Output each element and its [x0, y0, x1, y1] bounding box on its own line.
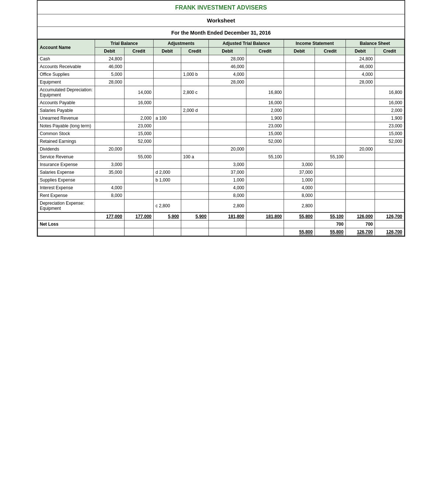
tb-credit-header: Credit: [124, 47, 154, 55]
adj-credit-header: Credit: [181, 47, 208, 55]
table-row: Insurance Expense3,0003,0003,000: [38, 161, 404, 169]
final-totals-row: 55,80055,800126,700126,700: [38, 228, 404, 236]
period-title: For the Month Ended December 31, 2016: [38, 27, 404, 39]
table-row: Rent Expense8,0008,0008,000: [38, 192, 404, 200]
tb-debit-header: Debit: [95, 47, 124, 55]
adj-debit-header: Debit: [154, 47, 181, 55]
table-row: Interest Expense4,0004,0004,000: [38, 184, 404, 192]
atb-credit-header: Credit: [246, 47, 284, 55]
worksheet-title: Worksheet: [38, 14, 404, 27]
table-row: Equipment28,00028,00028,000: [38, 78, 404, 86]
col-balance-sheet: Balance Sheet: [345, 40, 404, 47]
is-credit-header: Credit: [315, 47, 345, 55]
col-income-statement: Income Statement: [284, 40, 345, 47]
table-row: Notes Payable (long term)23,00023,00023,…: [38, 122, 404, 130]
net-loss-row: Net Loss700700: [38, 221, 404, 228]
is-debit-header: Debit: [284, 47, 315, 55]
table-row: Accounts Payable16,00016,00016,000: [38, 99, 404, 107]
table-row: Depreciation Expense: Equipmentc 2,8002,…: [38, 200, 404, 213]
table-row: Salaries Expense35,000d 2,00037,00037,00…: [38, 169, 404, 176]
totals-row: 177,000177,0005,9005,900181,800181,80055…: [38, 212, 404, 221]
table-row: Retained Earnings52,00052,00052,000: [38, 138, 404, 145]
col-adjusted-trial-balance: Adjusted Trial Balance: [208, 40, 284, 47]
table-row: Service Revenue55,000100 a55,10055,100: [38, 153, 404, 161]
table-row: Accumulated Depreciation: Equipment14,00…: [38, 86, 404, 99]
col-adjustments: Adjustments: [154, 40, 208, 47]
company-name: FRANK INVESTMENT ADVISERS: [38, 1, 404, 14]
bs-debit-header: Debit: [345, 47, 375, 55]
bs-credit-header: Credit: [375, 47, 404, 55]
table-row: Common Stock15,00015,00015,000: [38, 130, 404, 138]
col-account-name: Account Name: [38, 40, 95, 55]
table-row: Office Supplies5,0001,000 b4,0004,000: [38, 71, 404, 78]
table-row: Dividends20,00020,00020,000: [38, 145, 404, 153]
table-row: Salaries Payable2,000 d2,0002,000: [38, 107, 404, 114]
atb-debit-header: Debit: [208, 47, 246, 55]
table-row: Accounts Receivable46,00046,00046,000: [38, 63, 404, 71]
col-trial-balance: Trial Balance: [95, 40, 154, 47]
table-row: Cash24,80028,00024,800: [38, 55, 404, 63]
table-row: Unearned Revenue2,000a 1001,9001,900: [38, 114, 404, 122]
table-row: Supplies Expenseb 1,0001,0001,000: [38, 176, 404, 184]
